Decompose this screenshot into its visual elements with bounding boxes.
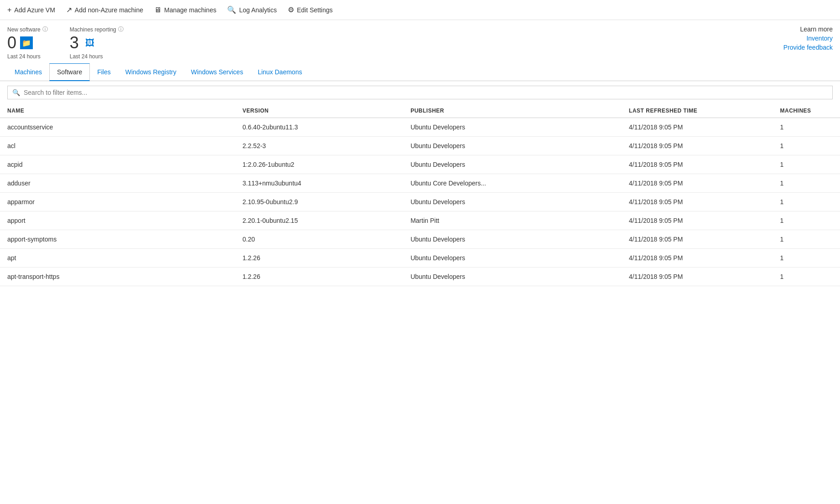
search-bar: 🔍 <box>7 86 833 99</box>
add-azure-vm-label: Add Azure VM <box>14 6 55 14</box>
cell-publisher: Ubuntu Developers <box>403 193 622 211</box>
cell-machines: 1 <box>773 211 840 230</box>
table-row[interactable]: apport-symptoms 0.20 Ubuntu Developers 4… <box>0 230 840 249</box>
stats-row: New software ⓘ 0 📁 Last 24 hours Machine… <box>0 20 840 63</box>
cell-name: apt <box>0 249 235 267</box>
cell-version: 0.6.40-2ubuntu11.3 <box>235 118 403 137</box>
add-azure-vm-button[interactable]: + Add Azure VM <box>7 4 55 16</box>
edit-settings-button[interactable]: ⚙ Edit Settings <box>288 4 333 16</box>
cell-machines: 1 <box>773 174 840 193</box>
cell-name: apport <box>0 211 235 230</box>
cell-last-refreshed: 4/11/2018 9:05 PM <box>622 118 773 137</box>
settings-icon: ⚙ <box>288 5 294 14</box>
software-box-icon: 📁 <box>20 36 33 49</box>
col-header-machines: MACHINES <box>773 104 840 118</box>
machines-reporting-stat: Machines reporting ⓘ 3 🖼 Last 24 hours <box>70 26 124 60</box>
tab-machines[interactable]: Machines <box>7 64 49 81</box>
cell-publisher: Ubuntu Developers <box>403 230 622 249</box>
toolbar: + Add Azure VM ↗ Add non-Azure machine 🖥… <box>0 0 840 20</box>
tab-linux-daemons[interactable]: Linux Daemons <box>250 64 309 81</box>
table-row[interactable]: apport 2.20.1-0ubuntu2.15 Martin Pitt 4/… <box>0 211 840 230</box>
table-row[interactable]: apt 1.2.26 Ubuntu Developers 4/11/2018 9… <box>0 249 840 267</box>
new-software-value: 0 <box>7 33 16 52</box>
col-header-name: NAME <box>0 104 235 118</box>
cell-machines: 1 <box>773 118 840 137</box>
tab-windows-services[interactable]: Windows Services <box>184 64 250 81</box>
cell-version: 2.2.52-3 <box>235 137 403 155</box>
tab-files[interactable]: Files <box>90 64 118 81</box>
add-non-azure-button[interactable]: ↗ Add non-Azure machine <box>66 4 143 16</box>
new-software-info-icon[interactable]: ⓘ <box>42 26 48 33</box>
cell-version: 2.20.1-0ubuntu2.15 <box>235 211 403 230</box>
col-header-last-refreshed: LAST REFRESHED TIME <box>622 104 773 118</box>
cell-publisher: Ubuntu Developers <box>403 137 622 155</box>
learn-more-text: Learn more <box>783 26 833 33</box>
manage-machines-label: Manage machines <box>164 6 216 14</box>
col-header-publisher: PUBLISHER <box>403 104 622 118</box>
cell-last-refreshed: 4/11/2018 9:05 PM <box>622 249 773 267</box>
cell-name: accountsservice <box>0 118 235 137</box>
cell-version: 1.2.26 <box>235 249 403 267</box>
cell-version: 2.10.95-0ubuntu2.9 <box>235 193 403 211</box>
cell-last-refreshed: 4/11/2018 9:05 PM <box>622 174 773 193</box>
cell-name: apt-transport-https <box>0 267 235 286</box>
cell-version: 0.20 <box>235 230 403 249</box>
cell-name: acpid <box>0 155 235 174</box>
new-software-sublabel: Last 24 hours <box>7 53 48 60</box>
cell-publisher: Ubuntu Developers <box>403 267 622 286</box>
table-row[interactable]: acpid 1:2.0.26-1ubuntu2 Ubuntu Developer… <box>0 155 840 174</box>
cell-name: apport-symptoms <box>0 230 235 249</box>
cell-machines: 1 <box>773 155 840 174</box>
table-row[interactable]: adduser 3.113+nmu3ubuntu4 Ubuntu Core De… <box>0 174 840 193</box>
monitor-icon: 🖼 <box>83 36 97 49</box>
software-table: NAME VERSION PUBLISHER LAST REFRESHED TI… <box>0 104 840 286</box>
log-analytics-button[interactable]: 🔍 Log Analytics <box>227 4 277 16</box>
tab-windows-registry[interactable]: Windows Registry <box>118 64 184 81</box>
cell-last-refreshed: 4/11/2018 9:05 PM <box>622 230 773 249</box>
cell-publisher: Ubuntu Developers <box>403 118 622 137</box>
search-input[interactable] <box>24 89 828 96</box>
cell-last-refreshed: 4/11/2018 9:05 PM <box>622 137 773 155</box>
tab-software[interactable]: Software <box>49 63 90 81</box>
cell-machines: 1 <box>773 249 840 267</box>
provide-feedback-link[interactable]: Provide feedback <box>783 44 833 51</box>
search-gear-icon: 🔍 <box>227 5 236 14</box>
cell-publisher: Ubuntu Core Developers... <box>403 174 622 193</box>
cell-last-refreshed: 4/11/2018 9:05 PM <box>622 267 773 286</box>
cell-name: adduser <box>0 174 235 193</box>
cell-publisher: Ubuntu Developers <box>403 155 622 174</box>
new-software-stat: New software ⓘ 0 📁 Last 24 hours <box>7 26 48 60</box>
table-row[interactable]: apt-transport-https 1.2.26 Ubuntu Develo… <box>0 267 840 286</box>
search-icon: 🔍 <box>12 89 20 96</box>
inventory-link[interactable]: Inventory <box>783 35 833 42</box>
cell-last-refreshed: 4/11/2018 9:05 PM <box>622 155 773 174</box>
cell-version: 1:2.0.26-1ubuntu2 <box>235 155 403 174</box>
cell-machines: 1 <box>773 137 840 155</box>
tabs: Machines Software Files Windows Registry… <box>0 63 840 81</box>
manage-machines-button[interactable]: 🖥 Manage machines <box>154 4 216 16</box>
cell-publisher: Martin Pitt <box>403 211 622 230</box>
machines-reporting-value: 3 <box>70 33 79 52</box>
manage-icon: 🖥 <box>154 6 161 14</box>
add-non-azure-label: Add non-Azure machine <box>75 6 143 14</box>
col-header-version: VERSION <box>235 104 403 118</box>
cell-version: 3.113+nmu3ubuntu4 <box>235 174 403 193</box>
add-icon: + <box>7 6 11 14</box>
cell-machines: 1 <box>773 193 840 211</box>
log-analytics-label: Log Analytics <box>239 6 277 14</box>
cell-publisher: Ubuntu Developers <box>403 249 622 267</box>
cell-version: 1.2.26 <box>235 267 403 286</box>
cell-name: apparmor <box>0 193 235 211</box>
table-header-row: NAME VERSION PUBLISHER LAST REFRESHED TI… <box>0 104 840 118</box>
edit-settings-label: Edit Settings <box>297 6 333 14</box>
cell-last-refreshed: 4/11/2018 9:05 PM <box>622 211 773 230</box>
external-link-icon: ↗ <box>66 5 72 14</box>
table-row[interactable]: acl 2.2.52-3 Ubuntu Developers 4/11/2018… <box>0 137 840 155</box>
machines-reporting-label: Machines reporting <box>70 26 116 33</box>
machines-reporting-info-icon[interactable]: ⓘ <box>118 26 124 33</box>
table-row[interactable]: accountsservice 0.6.40-2ubuntu11.3 Ubunt… <box>0 118 840 137</box>
cell-name: acl <box>0 137 235 155</box>
table-row[interactable]: apparmor 2.10.95-0ubuntu2.9 Ubuntu Devel… <box>0 193 840 211</box>
new-software-label: New software <box>7 26 41 33</box>
sidebar-links: Learn more Inventory Provide feedback <box>783 26 833 51</box>
